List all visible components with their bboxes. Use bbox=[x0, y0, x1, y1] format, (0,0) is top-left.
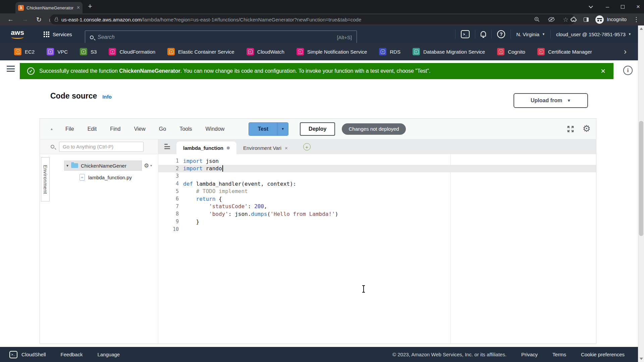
favorite-service-cloudwatch[interactable]: CloudWatch bbox=[247, 48, 284, 55]
code-line-2[interactable]: 2import rando bbox=[158, 165, 596, 173]
reload-button[interactable]: ↻ bbox=[36, 16, 42, 23]
search-input[interactable] bbox=[98, 34, 333, 40]
cloudshell-button[interactable]: >_ CloudShell bbox=[9, 351, 46, 358]
environment-vertical-tab[interactable]: Environment bbox=[41, 157, 50, 201]
menu-find[interactable]: Find bbox=[110, 126, 120, 132]
scroll-up-icon[interactable] bbox=[640, 27, 643, 30]
flashbar-close-icon[interactable]: × bbox=[601, 68, 605, 74]
menu-tools[interactable]: Tools bbox=[179, 126, 192, 132]
language-link[interactable]: Language bbox=[97, 352, 120, 357]
help-icon[interactable]: ? bbox=[497, 30, 505, 38]
favorite-service-cloudformation[interactable]: CloudFormation bbox=[109, 48, 155, 55]
code-line-3[interactable]: 3 bbox=[158, 172, 596, 180]
code-line-4[interactable]: 4def lambda_handler(event, context): bbox=[158, 180, 596, 188]
editor-tab-environment-vari[interactable]: Environment Vari× bbox=[236, 141, 294, 154]
tab-list-icon[interactable] bbox=[164, 144, 170, 149]
test-options-button[interactable]: ▼ bbox=[277, 123, 288, 135]
editor-settings-gear-icon[interactable]: ⚙ bbox=[583, 124, 591, 133]
code-line-1[interactable]: 1import json bbox=[158, 157, 596, 165]
account-menu[interactable]: cloud_user @ 1502-7851-9573▼ bbox=[556, 32, 631, 37]
collapse-editor-icon[interactable]: ▲ bbox=[50, 127, 53, 131]
menu-view[interactable]: View bbox=[134, 126, 145, 132]
favorite-service-database-migration-service[interactable]: Database Migration Service bbox=[413, 48, 485, 55]
scroll-down-icon[interactable] bbox=[640, 358, 643, 360]
extensions-icon[interactable] bbox=[571, 16, 577, 23]
favorite-service-simple-notification-service[interactable]: Simple Notification Service bbox=[297, 48, 367, 55]
info-panel-toggle[interactable]: i bbox=[623, 66, 633, 75]
caret-down-icon[interactable]: ▾ bbox=[66, 163, 68, 168]
terms-link[interactable]: Terms bbox=[552, 352, 566, 357]
browser-tab[interactable]: λ ChickenNameGenerator - Lambd × bbox=[15, 2, 83, 13]
flashbar-function-name: ChickenNameGenerator bbox=[119, 68, 180, 74]
code-line-5[interactable]: 5 # TODO implement bbox=[158, 187, 596, 195]
deploy-button[interactable]: Deploy bbox=[300, 122, 335, 136]
eye-off-icon[interactable] bbox=[548, 17, 555, 22]
browser-menu-icon[interactable]: ⋮ bbox=[633, 16, 639, 23]
code-line-8[interactable]: 8 'body': json.dumps('Hello from Lambda!… bbox=[158, 210, 596, 218]
favorite-service-certificate-manager[interactable]: Certificate Manager bbox=[537, 48, 592, 55]
bookmark-star-icon[interactable]: ☆ bbox=[563, 16, 569, 23]
favorite-service-cognito[interactable]: Cognito bbox=[497, 48, 525, 55]
tab-close-icon[interactable]: × bbox=[285, 145, 288, 151]
tree-settings-button[interactable]: ⚙ ▾ bbox=[144, 161, 152, 171]
service-icon bbox=[109, 48, 116, 55]
editor-zone: lambda_functionEnvironment Vari× + 1impo… bbox=[158, 139, 596, 344]
service-icon bbox=[247, 48, 254, 55]
privacy-link[interactable]: Privacy bbox=[521, 352, 538, 357]
fullscreen-icon[interactable] bbox=[567, 125, 575, 133]
menu-window[interactable]: Window bbox=[205, 126, 224, 132]
cookie-preferences-link[interactable]: Cookie preferences bbox=[581, 352, 625, 357]
aws-logo[interactable]: aws bbox=[10, 29, 25, 39]
info-link[interactable]: Info bbox=[102, 94, 112, 100]
tree-file-row[interactable]: ‹› lambda_function.py bbox=[79, 173, 132, 182]
flashbar-message: Successfully created the function Chicke… bbox=[39, 68, 596, 74]
feedback-link[interactable]: Feedback bbox=[61, 352, 83, 357]
url-text[interactable]: us-east-1.console.aws.amazon.com/lambda/… bbox=[61, 17, 531, 22]
window-close-button[interactable]: × bbox=[636, 0, 640, 13]
folder-icon bbox=[71, 163, 78, 168]
code-line-6[interactable]: 6 return { bbox=[158, 195, 596, 203]
favorite-service-rds[interactable]: RDS bbox=[379, 48, 400, 55]
window-maximize-button[interactable] bbox=[621, 0, 625, 13]
menu-file[interactable]: File bbox=[65, 126, 74, 132]
tab-search-button[interactable] bbox=[589, 0, 592, 13]
upload-from-button[interactable]: Upload from ▼ bbox=[514, 93, 588, 108]
code-text: import rando bbox=[183, 165, 223, 172]
favorite-service-vpc[interactable]: VPC bbox=[47, 48, 68, 55]
window-minimize-button[interactable]: – bbox=[606, 0, 609, 13]
code-line-9[interactable]: 9 } bbox=[158, 218, 596, 226]
new-tab-button[interactable]: + bbox=[88, 3, 92, 10]
code-line-10[interactable]: 10 bbox=[158, 225, 596, 233]
forward-button[interactable]: → bbox=[22, 16, 28, 23]
tree-folder-row[interactable]: ▾ ChickenNameGener bbox=[64, 161, 142, 171]
back-button[interactable]: ← bbox=[7, 16, 14, 23]
test-button[interactable]: Test bbox=[249, 123, 277, 135]
menu-edit[interactable]: Edit bbox=[88, 126, 97, 132]
editor-tab-lambda_function[interactable]: lambda_function bbox=[176, 141, 236, 154]
cloudshell-icon[interactable]: >_ bbox=[461, 30, 470, 38]
page-scrollbar[interactable] bbox=[638, 25, 644, 362]
tab-close-icon[interactable]: × bbox=[77, 5, 80, 11]
services-menu[interactable]: Services bbox=[44, 32, 72, 37]
code-area[interactable]: 1import json2import rando34def lambda_ha… bbox=[158, 154, 596, 344]
code-token: ( bbox=[267, 211, 270, 217]
goto-anything-input[interactable] bbox=[59, 142, 144, 152]
favorites-overflow-chevron-icon[interactable]: › bbox=[624, 48, 627, 56]
code-line-7[interactable]: 7 'statusCode': 200, bbox=[158, 203, 596, 210]
lock-icon[interactable] bbox=[55, 19, 58, 21]
aws-search-box[interactable]: [Alt+S] bbox=[85, 31, 357, 44]
divider bbox=[491, 30, 492, 39]
new-editor-tab-button[interactable]: + bbox=[303, 143, 311, 150]
favorite-service-s3[interactable]: S3 bbox=[80, 48, 97, 55]
side-nav-toggle[interactable] bbox=[7, 66, 15, 72]
menu-go[interactable]: Go bbox=[159, 126, 166, 132]
side-panel-icon[interactable] bbox=[584, 17, 589, 22]
favorite-service-ec2[interactable]: EC2 bbox=[14, 48, 35, 55]
favorite-service-elastic-container-service[interactable]: Elastic Container Service bbox=[167, 48, 234, 55]
notifications-bell-icon[interactable] bbox=[481, 31, 486, 37]
scrollbar-thumb[interactable] bbox=[639, 121, 643, 236]
test-split-button[interactable]: Test ▼ bbox=[249, 122, 288, 136]
zoom-icon[interactable] bbox=[534, 16, 540, 22]
address-bar[interactable]: us-east-1.console.aws.amazon.com/lambda/… bbox=[50, 14, 575, 24]
region-selector[interactable]: N. Virginia▼ bbox=[516, 32, 545, 37]
